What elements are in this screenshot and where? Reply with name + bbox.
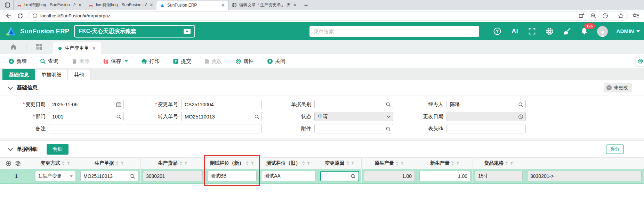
ai-assistant-button[interactable]: AI bbox=[510, 26, 519, 36]
extensions-menu-icon[interactable] bbox=[601, 12, 609, 20]
query-button[interactable]: 查询 bbox=[40, 58, 58, 65]
row-number-cell[interactable]: 1 bbox=[0, 169, 33, 183]
close-button[interactable]: 关闭 bbox=[267, 58, 285, 65]
favorites-bar-icon[interactable] bbox=[631, 12, 640, 20]
detail-view-button[interactable]: 明细 bbox=[47, 144, 69, 155]
delete-button[interactable]: 删除 bbox=[72, 58, 90, 65]
lookup-search-icon[interactable] bbox=[254, 114, 259, 119]
help-icon[interactable]: ? bbox=[493, 26, 502, 36]
change-reason-input[interactable] bbox=[320, 171, 359, 181]
lookup-search-icon[interactable] bbox=[116, 114, 121, 119]
filter-icon[interactable] bbox=[351, 162, 355, 165]
add-row-icon[interactable] bbox=[6, 160, 11, 166]
apps-grid-icon[interactable] bbox=[35, 43, 43, 51]
sort-icons[interactable] bbox=[505, 161, 508, 166]
notifications-bell-icon[interactable]: 126 bbox=[580, 26, 589, 36]
sort-icons[interactable] bbox=[346, 161, 349, 166]
status-select[interactable] bbox=[314, 112, 393, 121]
filter-icon[interactable] bbox=[456, 162, 460, 165]
collapse-chevron-icon[interactable] bbox=[8, 85, 13, 90]
save-button[interactable]: 保存 bbox=[103, 58, 128, 65]
sort-icons[interactable] bbox=[302, 161, 305, 166]
url-bar[interactable]: localhost/SunFusion/#/mrp/mrpaz bbox=[28, 11, 628, 20]
sort-icons[interactable] bbox=[62, 161, 65, 166]
change-no-input[interactable] bbox=[181, 100, 262, 109]
back-button[interactable] bbox=[4, 12, 13, 20]
sort-icons[interactable] bbox=[396, 161, 399, 166]
filter-icon[interactable] bbox=[510, 162, 514, 165]
browser-tab-active[interactable]: SunFusion ERP ✕ bbox=[156, 1, 228, 10]
add-button[interactable]: 新增 bbox=[8, 58, 27, 65]
lookup-search-icon[interactable] bbox=[130, 174, 135, 179]
transfer-no-input[interactable] bbox=[181, 112, 262, 121]
submit-button[interactable]: 提交 bbox=[173, 58, 191, 65]
clear-cache-broom-icon[interactable] bbox=[562, 26, 571, 36]
sort-icons[interactable] bbox=[179, 161, 182, 166]
site-info-icon[interactable] bbox=[32, 13, 38, 18]
workspace-tab-active[interactable]: 生产变更单 ✕ bbox=[53, 42, 101, 54]
lookup-search-icon[interactable] bbox=[386, 126, 391, 131]
toolbar-settings-flyout[interactable] bbox=[636, 56, 644, 66]
lookup-search-icon[interactable] bbox=[386, 102, 391, 107]
favorite-star-icon[interactable] bbox=[617, 12, 625, 20]
workspace-tab-close-icon[interactable]: ✕ bbox=[92, 46, 96, 51]
sort-icons[interactable] bbox=[116, 161, 119, 166]
account-set-dropdown[interactable]: FKC-天心天思演示账套 bbox=[74, 25, 195, 38]
filter-icon[interactable] bbox=[66, 162, 70, 165]
department-input[interactable] bbox=[49, 112, 124, 121]
collapse-chevron-icon[interactable] bbox=[8, 146, 13, 151]
tab-close-icon[interactable]: ✕ bbox=[293, 3, 297, 7]
filter-icon[interactable] bbox=[120, 162, 124, 165]
filter-icon[interactable] bbox=[307, 162, 311, 165]
change-mode-select[interactable]: 1.生产变更 bbox=[35, 171, 76, 181]
grid-settings-gear-icon[interactable] bbox=[15, 160, 21, 166]
tab-close-icon[interactable]: ✕ bbox=[78, 3, 82, 7]
test-field-new-input[interactable] bbox=[207, 171, 257, 181]
attachment-input[interactable] bbox=[314, 124, 393, 133]
test-field-old-input[interactable] bbox=[261, 171, 316, 181]
browser-tab-4[interactable]: 编辑文章「生产变更单」-天心天 ✕ bbox=[228, 0, 300, 10]
sort-icons[interactable] bbox=[451, 161, 454, 166]
operator-input[interactable] bbox=[446, 100, 526, 109]
tab-detail[interactable]: 单据明细 bbox=[35, 69, 68, 80]
print-button[interactable]: 打印 bbox=[141, 58, 160, 65]
grid-row-1[interactable]: 1 1.生产变更 bbox=[0, 169, 644, 184]
user-avatar[interactable] bbox=[597, 26, 608, 37]
modify-button[interactable]: 更改 bbox=[204, 58, 222, 65]
chevron-down-icon[interactable] bbox=[124, 60, 128, 62]
menu-search-input[interactable] bbox=[314, 29, 475, 34]
url-text[interactable]: localhost/SunFusion/#/mrp/mrpaz bbox=[40, 13, 574, 18]
browser-tab-1[interactable]: lxm待测bug - SunFusion - AM 项 ✕ bbox=[13, 0, 85, 10]
production-doc-input[interactable] bbox=[80, 171, 138, 181]
sort-icons[interactable] bbox=[246, 161, 249, 166]
calendar-icon[interactable] bbox=[116, 102, 121, 107]
modify-date-input[interactable] bbox=[446, 112, 526, 121]
tab-other[interactable]: 其他 bbox=[68, 69, 90, 80]
tab-close-icon[interactable]: ✕ bbox=[221, 3, 225, 8]
home-icon[interactable] bbox=[10, 43, 17, 51]
remark-input[interactable] bbox=[49, 124, 262, 133]
split-button[interactable]: 拆分 bbox=[606, 145, 624, 154]
user-menu[interactable]: ADMIN bbox=[616, 28, 640, 34]
fullscreen-icon[interactable] bbox=[528, 26, 537, 36]
new-qty-input[interactable] bbox=[419, 171, 470, 181]
properties-button[interactable]: 属性 bbox=[235, 58, 254, 65]
refresh-button[interactable] bbox=[16, 12, 24, 20]
chevron-down-icon[interactable] bbox=[386, 114, 391, 119]
tab-close-icon[interactable]: ✕ bbox=[150, 3, 153, 7]
split-screen-icon[interactable] bbox=[577, 12, 586, 20]
tab-workspaces-icon[interactable] bbox=[3, 0, 12, 9]
change-date-input[interactable] bbox=[49, 100, 124, 109]
filter-icon[interactable] bbox=[184, 162, 188, 165]
header-kk-input[interactable] bbox=[446, 124, 526, 133]
doc-type-input[interactable] bbox=[314, 100, 393, 109]
filter-icon[interactable] bbox=[400, 162, 404, 165]
tab-basic-info[interactable]: 基础信息 bbox=[2, 69, 35, 80]
filter-icon[interactable] bbox=[250, 162, 254, 165]
new-tab-button[interactable]: ＋ bbox=[301, 0, 311, 10]
lookup-search-icon[interactable] bbox=[518, 102, 523, 107]
zoom-icon[interactable] bbox=[589, 12, 597, 20]
settings-gear-icon[interactable] bbox=[545, 26, 554, 36]
browser-tab-2[interactable]: lxm待测bug - SunFusion - AM 项 ✕ bbox=[85, 0, 156, 10]
lookup-search-icon[interactable] bbox=[351, 174, 356, 179]
